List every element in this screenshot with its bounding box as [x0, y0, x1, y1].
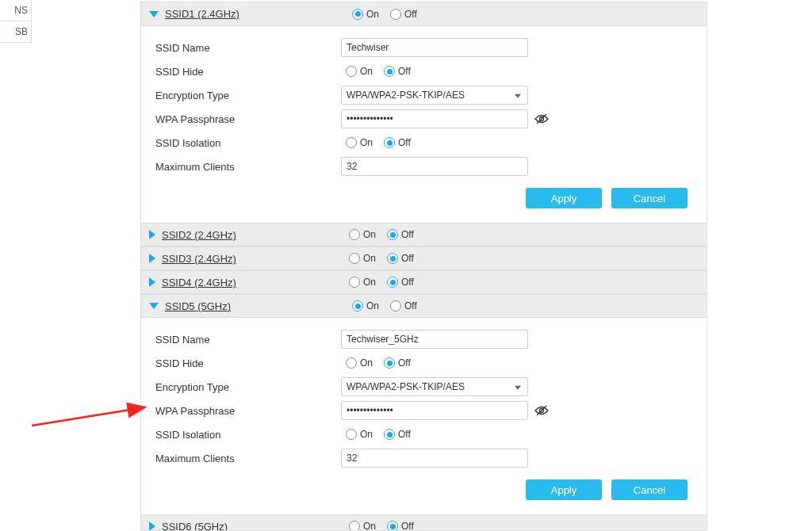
sidebar-item-sb[interactable]: SB: [0, 21, 31, 43]
ssid5-title: SSID5 (5GHz): [165, 300, 347, 312]
ssid1-passphrase-input[interactable]: [341, 109, 528, 128]
max-clients-label: Maximum Clients: [155, 161, 341, 173]
ssid1-isolation-on-radio[interactable]: [346, 137, 357, 148]
ssid1-name-input[interactable]: [341, 38, 528, 57]
ssid2-header[interactable]: SSID2 (2.4GHz) On Off: [141, 223, 707, 246]
ssid2-on-radio[interactable]: [349, 229, 360, 240]
annotation-arrow-icon: [28, 390, 155, 430]
ssid1-body: SSID Name SSID Hide On Off Encryption Ty…: [141, 26, 707, 223]
ssid1-max-clients-input[interactable]: [341, 157, 528, 176]
ssid1-isolation-off-radio[interactable]: [384, 137, 395, 148]
ssid5-off-radio[interactable]: [390, 300, 401, 311]
ssid5-isolation-on-radio[interactable]: [346, 429, 357, 440]
sidebar: NS SB: [0, 0, 32, 43]
sidebar-item-ns[interactable]: NS: [0, 0, 31, 21]
ssid3-off-radio[interactable]: [387, 253, 398, 264]
eye-slash-icon[interactable]: [534, 113, 549, 124]
on-label: On: [366, 9, 379, 20]
ssid5-header[interactable]: SSID5 (5GHz) On Off: [141, 294, 707, 318]
ssid5-hide-off-radio[interactable]: [384, 357, 395, 369]
ssid1-on-radio[interactable]: [352, 9, 363, 20]
ssid5-passphrase-input[interactable]: [341, 401, 528, 420]
ssid5-body: SSID Name SSID Hide On Off Encryption Ty…: [141, 318, 707, 514]
off-label: Off: [404, 9, 417, 20]
svg-line-4: [32, 407, 145, 426]
ssid4-title: SSID4 (2.4GHz): [162, 277, 344, 288]
ssid1-enable-group: On Off: [347, 9, 420, 20]
ssid2-title: SSID2 (2.4GHz): [162, 229, 344, 241]
ssid5-apply-button[interactable]: Apply: [526, 479, 602, 500]
ssid1-title: SSID1 (2.4GHz): [165, 8, 347, 20]
ssid3-title: SSID3 (2.4GHz): [162, 253, 344, 265]
ssid1-encryption-select[interactable]: WPA/WPA2-PSK-TKIP/AES: [341, 86, 528, 105]
ssid3-header[interactable]: SSID3 (2.4GHz) On Off: [141, 246, 707, 270]
ssid1-header[interactable]: SSID1 (2.4GHz) On Off: [141, 2, 707, 26]
expand-icon: [149, 230, 155, 239]
wpa-passphrase-label: WPA Passphrase: [155, 405, 341, 417]
ssid3-on-radio[interactable]: [349, 253, 360, 264]
expand-icon: [149, 521, 155, 531]
ssid1-off-radio[interactable]: [390, 9, 401, 20]
ssid-isolation-label: SSID Isolation: [155, 137, 341, 149]
collapse-icon: [149, 303, 159, 309]
wlan-settings-panel: SSID1 (2.4GHz) On Off SSID Name SSID Hid…: [140, 2, 707, 531]
ssid1-hide-on-radio[interactable]: [346, 66, 357, 77]
ssid5-encryption-select[interactable]: WPA/WPA2-PSK-TKIP/AES: [341, 377, 528, 396]
ssid5-hide-on-radio[interactable]: [346, 357, 357, 369]
ssid4-off-radio[interactable]: [387, 277, 398, 288]
ssid2-off-radio[interactable]: [387, 229, 398, 240]
ssid6-title: SSID6 (5GHz): [162, 521, 344, 532]
ssid4-on-radio[interactable]: [349, 277, 360, 288]
ssid6-header[interactable]: SSID6 (5GHz) On Off: [141, 514, 707, 531]
ssid-name-label: SSID Name: [155, 42, 341, 54]
eye-slash-icon[interactable]: [534, 405, 549, 416]
collapse-icon: [149, 11, 159, 17]
expand-icon: [149, 254, 155, 263]
ssid-hide-label: SSID Hide: [155, 66, 341, 78]
wpa-passphrase-label: WPA Passphrase: [155, 113, 341, 125]
ssid1-apply-button[interactable]: Apply: [526, 188, 602, 208]
encryption-label: Encryption Type: [155, 90, 341, 101]
ssid5-cancel-button[interactable]: Cancel: [611, 479, 688, 500]
ssid5-max-clients-input[interactable]: [341, 449, 528, 468]
expand-icon: [149, 277, 155, 287]
ssid1-hide-off-radio[interactable]: [384, 66, 395, 77]
ssid5-isolation-off-radio[interactable]: [384, 429, 395, 440]
ssid5-on-radio[interactable]: [352, 300, 363, 311]
ssid4-header[interactable]: SSID4 (2.4GHz) On Off: [141, 270, 707, 294]
ssid1-cancel-button[interactable]: Cancel: [611, 188, 688, 208]
ssid6-off-radio[interactable]: [387, 521, 398, 531]
ssid5-name-input[interactable]: [341, 330, 528, 349]
ssid6-on-radio[interactable]: [349, 521, 360, 531]
